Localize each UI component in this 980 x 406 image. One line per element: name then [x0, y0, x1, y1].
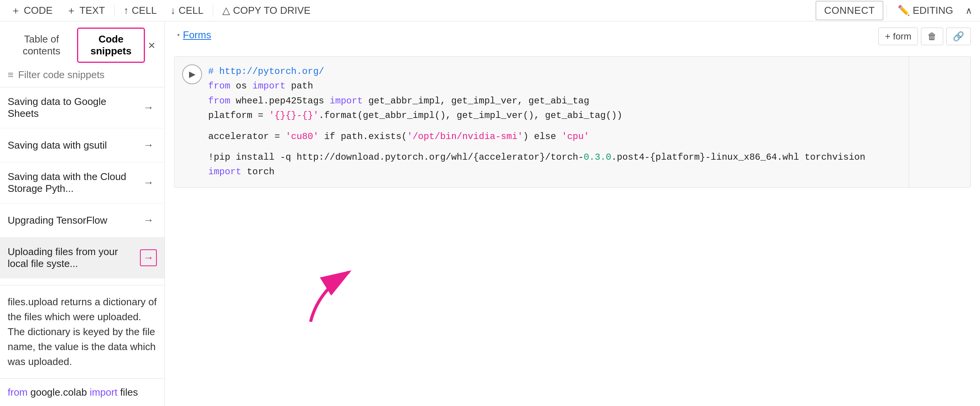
- breadcrumb: • Forms: [165, 21, 980, 49]
- arrow-icon: →: [140, 137, 157, 154]
- code-preview: from google.colab import files: [0, 378, 164, 406]
- toc-label: Table of contents: [23, 33, 60, 57]
- list-item[interactable]: Saving data with the Cloud Storage Pyth.…: [0, 162, 164, 203]
- description-text: files.upload returns a dictionary of the…: [8, 296, 157, 367]
- cell-down-label: CELL: [179, 5, 204, 16]
- platform-call: .format(get_abbr_impl(), get_impl_ver(),…: [319, 110, 622, 121]
- play-icon: ▶: [189, 69, 196, 79]
- text-label: TEXT: [79, 5, 105, 16]
- editing-label: EDITING: [913, 5, 953, 16]
- code-cell: ▶ # http://pytorch.org/ from os import p…: [174, 56, 971, 188]
- arrow-icon: →: [140, 174, 157, 191]
- copy-to-drive-button[interactable]: △ COPY TO DRIVE: [216, 2, 317, 19]
- tab-code-snippets[interactable]: Code snippets: [77, 28, 145, 63]
- snippet-label: Saving data to Google Sheets: [8, 96, 140, 120]
- description-area: files.upload returns a dictionary of the…: [0, 285, 164, 378]
- nvidia-path: '/opt/bin/nvidia-smi': [407, 131, 523, 142]
- arrow-up-icon: ↑: [124, 5, 129, 16]
- form-toolbar: + form 🗑 🔗: [878, 28, 971, 45]
- code-line-1: # http://pytorch.org/: [208, 64, 963, 79]
- run-cell-button[interactable]: ▶: [182, 64, 202, 84]
- plus-icon: ＋: [11, 4, 21, 17]
- add-form-button[interactable]: + form: [878, 28, 918, 45]
- cell-up-button[interactable]: ↑ CELL: [118, 2, 163, 19]
- path-exists: path.exists(: [341, 131, 407, 142]
- divider-1: [114, 5, 115, 17]
- code-line-6: !pip install -q http://download.pytorch.…: [208, 150, 963, 165]
- code-line-3: from wheel.pep425tags import get_abbr_im…: [208, 94, 963, 108]
- arrow-icon: →: [140, 212, 157, 229]
- link-icon: 🔗: [953, 31, 964, 42]
- filter-row: ≡: [0, 63, 164, 87]
- pencil-icon: ✏️: [898, 5, 910, 16]
- copy-to-drive-label: COPY TO DRIVE: [233, 5, 311, 16]
- code-line-5: accelerator = 'cu80' if path.exists('/op…: [208, 129, 963, 144]
- platform-format-string: '{}{}-{}': [269, 110, 319, 121]
- snippets-label: Code snippets: [90, 33, 132, 57]
- sidebar-tabs: Table of contents Code snippets ×: [0, 21, 164, 63]
- main-layout: Table of contents Code snippets × ≡ Savi…: [0, 21, 980, 406]
- chevron-up-icon: ∧: [965, 5, 972, 16]
- drive-icon: △: [222, 5, 230, 16]
- list-item[interactable]: Upgrading TensorFlow →: [0, 203, 164, 237]
- delete-form-button[interactable]: 🗑: [921, 28, 943, 45]
- connect-label: CONNECT: [824, 5, 875, 16]
- arrow-down-icon: ↓: [171, 5, 176, 16]
- snippet-list: Saving data to Google Sheets → Saving da…: [0, 87, 164, 285]
- code-line-4: platform = '{}{}-{}'.format(get_abbr_imp…: [208, 108, 963, 123]
- code-line-7: import torch: [208, 165, 963, 179]
- snippet-label: Saving data with the Cloud Storage Pyth.…: [8, 171, 140, 195]
- editing-button[interactable]: ✏️ EDITING: [890, 2, 961, 20]
- pip-suffix: .post4-{platform}-linux_x86_64.whl torch…: [611, 152, 865, 162]
- delete-icon: 🗑: [927, 31, 937, 42]
- code-cell-content: ▶ # http://pytorch.org/ from os import p…: [174, 57, 970, 187]
- arrow-icon-boxed: →: [140, 249, 157, 266]
- code-line-2: from os import path: [208, 79, 963, 93]
- snippet-label: Uploading files from your local file sys…: [8, 246, 140, 270]
- cell-up-label: CELL: [132, 5, 157, 16]
- list-item[interactable]: Saving data to Google Sheets →: [0, 87, 164, 128]
- torch-name: torch: [247, 167, 275, 177]
- close-icon: ×: [148, 38, 155, 52]
- comment-text: # http://pytorch.org/: [208, 66, 324, 77]
- from-kw2: from: [208, 96, 236, 106]
- add-code-button[interactable]: ＋ CODE: [5, 2, 59, 20]
- add-text-button[interactable]: ＋ TEXT: [60, 2, 111, 20]
- module-name: google.colab: [30, 386, 90, 398]
- text-plus-icon: ＋: [66, 4, 76, 17]
- form-btn-label: + form: [885, 31, 911, 42]
- import-kw3: import: [208, 167, 247, 177]
- sidebar: Table of contents Code snippets × ≡ Savi…: [0, 21, 165, 406]
- import-kw: import: [252, 81, 291, 91]
- forms-link[interactable]: Forms: [183, 29, 211, 41]
- annotation-arrow: [288, 260, 372, 329]
- os-module: os: [236, 81, 252, 91]
- list-item-highlighted[interactable]: Uploading files from your local file sys…: [0, 237, 164, 278]
- cu80-string: 'cu80': [286, 131, 319, 142]
- import-name: files: [120, 386, 138, 398]
- snippet-label: Saving data with gsutil: [8, 139, 140, 151]
- content-area: • Forms + form 🗑 🔗 ▶ # http: [165, 21, 980, 406]
- divider-3: [886, 5, 887, 17]
- filter-input[interactable]: [18, 69, 157, 81]
- code-label: CODE: [24, 5, 53, 16]
- chevron-up-button[interactable]: ∧: [962, 2, 975, 19]
- cpu-string: 'cpu': [562, 131, 589, 142]
- get-funcs: get_abbr_impl, get_impl_ver, get_abi_tag: [368, 96, 589, 106]
- list-item[interactable]: Saving data with gsutil →: [0, 128, 164, 162]
- from-kw: from: [208, 81, 236, 91]
- cell-down-button[interactable]: ↓ CELL: [164, 2, 210, 19]
- connect-button[interactable]: CONNECT: [816, 1, 883, 20]
- close-paren: ): [523, 131, 528, 142]
- list-item[interactable]: Using BigQuery with Cloud API →: [0, 278, 164, 285]
- tab-toc[interactable]: Table of contents: [6, 29, 77, 62]
- sidebar-close-button[interactable]: ×: [145, 37, 158, 54]
- version-number: 0.3.0: [584, 152, 611, 162]
- toolbar: ＋ CODE ＋ TEXT ↑ CELL ↓ CELL △ COPY TO DR…: [0, 0, 980, 21]
- arrow-icon: →: [140, 99, 157, 116]
- if-keyword: if: [319, 131, 341, 142]
- import-keyword: import: [90, 386, 120, 398]
- path-name: path: [291, 81, 313, 91]
- divider-2: [213, 5, 213, 17]
- link-form-button[interactable]: 🔗: [946, 28, 971, 45]
